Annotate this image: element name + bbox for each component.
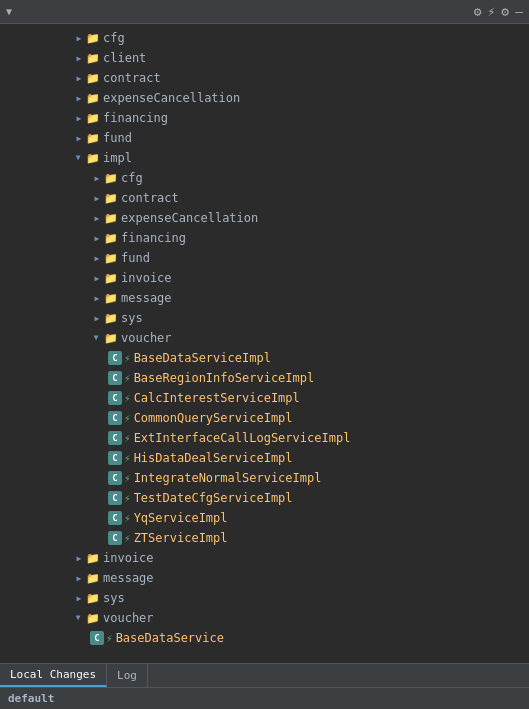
folder-icon: 📁 (104, 252, 118, 265)
class-label: BaseRegionInfoServiceImpl (134, 371, 315, 385)
chevron-icon[interactable]: ▼ (6, 6, 12, 17)
tree-arrow-icon: ▶ (90, 231, 104, 245)
tree-arrow-icon: ▶ (72, 71, 86, 85)
folder-label: voucher (103, 611, 154, 625)
folder-label: cfg (121, 171, 143, 185)
tree-arrow-icon: ▶ (72, 51, 86, 65)
tree-item[interactable]: C⚡CalcInterestServiceImpl (0, 388, 529, 408)
folder-label: sys (121, 311, 143, 325)
file-tree[interactable]: ▶📁cfg▶📁client▶📁contract▶📁expenseCancella… (0, 24, 529, 663)
folder-icon: 📁 (86, 112, 100, 125)
folder-icon: 📁 (86, 32, 100, 45)
tree-arrow-icon: ▶ (72, 591, 86, 605)
method-icon: ⚡ (124, 472, 131, 485)
class-c-icon: C (108, 391, 122, 405)
class-label: IntegrateNormalServiceImpl (134, 471, 322, 485)
tree-arrow-icon: ▶ (72, 571, 86, 585)
folder-icon: 📁 (104, 272, 118, 285)
folder-icon: 📁 (86, 572, 100, 585)
tree-item[interactable]: ▶📁voucher (0, 328, 529, 348)
folder-label: voucher (121, 331, 172, 345)
tree-arrow-icon: ▶ (72, 611, 86, 625)
folder-icon: 📁 (86, 612, 100, 625)
folder-icon: 📁 (104, 212, 118, 225)
tree-item[interactable]: ▶📁sys (0, 308, 529, 328)
tree-item[interactable]: ▶📁cfg (0, 28, 529, 48)
tree-item[interactable]: ▶📁expenseCancellation (0, 88, 529, 108)
class-c-icon: C (90, 631, 104, 645)
class-label: BaseDataServiceImpl (134, 351, 271, 365)
class-label: BaseDataService (116, 631, 224, 645)
folder-icon: 📁 (104, 192, 118, 205)
folder-icon: 📁 (104, 172, 118, 185)
gear-icon[interactable]: ⚙ (501, 4, 509, 19)
tree-item[interactable]: ▶📁sys (0, 588, 529, 608)
tree-item[interactable]: ▶📁invoice (0, 268, 529, 288)
folder-icon: 📁 (104, 332, 118, 345)
class-c-icon: C (108, 371, 122, 385)
tree-item[interactable]: ▶📁contract (0, 188, 529, 208)
folder-icon: 📁 (104, 312, 118, 325)
tree-item[interactable]: ▶📁impl (0, 148, 529, 168)
folder-label: contract (121, 191, 179, 205)
minimize-icon[interactable]: — (515, 4, 523, 19)
tree-item[interactable]: C⚡HisDataDealServiceImpl (0, 448, 529, 468)
bottom-tab[interactable]: Local Changes (0, 664, 107, 687)
tree-item[interactable]: ▶📁voucher (0, 608, 529, 628)
tree-item[interactable]: ▶📁message (0, 568, 529, 588)
tree-item[interactable]: ▶📁message (0, 288, 529, 308)
tree-item[interactable]: ▶📁fund (0, 128, 529, 148)
folder-label: message (103, 571, 154, 585)
folder-label: impl (103, 151, 132, 165)
tree-item[interactable]: ▶📁fund (0, 248, 529, 268)
method-icon: ⚡ (124, 512, 131, 525)
folder-label: contract (103, 71, 161, 85)
tree-item[interactable]: C⚡IntegrateNormalServiceImpl (0, 468, 529, 488)
tree-arrow-icon: ▶ (90, 251, 104, 265)
tree-arrow-icon: ▶ (90, 331, 104, 345)
tree-item[interactable]: ▶📁financing (0, 108, 529, 128)
method-icon: ⚡ (124, 392, 131, 405)
tree-item[interactable]: ▶📁invoice (0, 548, 529, 568)
tree-item[interactable]: ▶📁expenseCancellation (0, 208, 529, 228)
bottom-tabs: Local ChangesLog (0, 663, 529, 687)
tree-arrow-icon: ▶ (90, 171, 104, 185)
folder-icon: 📁 (86, 592, 100, 605)
tree-item[interactable]: C⚡CommonQueryServiceImpl (0, 408, 529, 428)
class-c-icon: C (108, 451, 122, 465)
tree-arrow-icon: ▶ (90, 291, 104, 305)
bottom-tab[interactable]: Log (107, 664, 148, 687)
tree-arrow-icon: ▶ (90, 191, 104, 205)
folder-label: financing (121, 231, 186, 245)
folder-icon: 📁 (86, 552, 100, 565)
tree-item[interactable]: C⚡ExtInterfaceCallLogServiceImpl (0, 428, 529, 448)
tree-item[interactable]: C⚡ZTServiceImpl (0, 528, 529, 548)
tree-item[interactable]: C⚡BaseDataService (0, 628, 529, 648)
tree-item[interactable]: ▶📁client (0, 48, 529, 68)
status-bar: default (0, 687, 529, 709)
tree-item[interactable]: ▶📁financing (0, 228, 529, 248)
folder-label: invoice (121, 271, 172, 285)
tree-item[interactable]: C⚡TestDateCfgServiceImpl (0, 488, 529, 508)
class-c-icon: C (108, 431, 122, 445)
tree-item[interactable]: C⚡YqServiceImpl (0, 508, 529, 528)
lightning-icon[interactable]: ⚡ (488, 4, 496, 19)
toolbar-left: ▼ (6, 6, 12, 17)
tree-item[interactable]: ▶📁cfg (0, 168, 529, 188)
class-c-icon: C (108, 531, 122, 545)
tree-arrow-icon: ▶ (90, 271, 104, 285)
tree-arrow-icon: ▶ (90, 211, 104, 225)
folder-label: invoice (103, 551, 154, 565)
method-icon: ⚡ (124, 532, 131, 545)
settings-icon[interactable]: ⚙ (474, 4, 482, 19)
tree-item[interactable]: ▶📁contract (0, 68, 529, 88)
tree-arrow-icon: ▶ (72, 31, 86, 45)
folder-icon: 📁 (104, 232, 118, 245)
tree-item[interactable]: C⚡BaseDataServiceImpl (0, 348, 529, 368)
folder-icon: 📁 (86, 72, 100, 85)
class-c-icon: C (108, 411, 122, 425)
method-icon: ⚡ (124, 492, 131, 505)
tree-item[interactable]: C⚡BaseRegionInfoServiceImpl (0, 368, 529, 388)
class-label: ExtInterfaceCallLogServiceImpl (134, 431, 351, 445)
folder-label: fund (103, 131, 132, 145)
